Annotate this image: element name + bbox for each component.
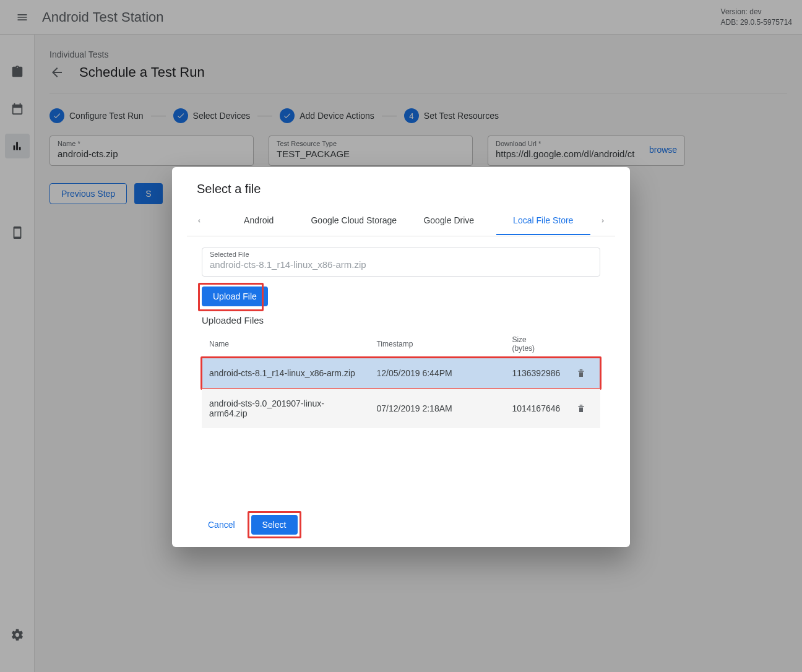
- col-size: Size (bytes): [504, 330, 568, 358]
- modal-title: Select a file: [187, 182, 615, 196]
- uploaded-files-label: Uploaded Files: [202, 315, 600, 325]
- tab-local-file-store[interactable]: Local File Store: [496, 207, 590, 235]
- col-name: Name: [202, 330, 369, 358]
- upload-file-button[interactable]: Upload File: [202, 286, 268, 306]
- file-timestamp-cell: 12/05/2019 6:44PM: [369, 358, 504, 389]
- file-select-modal: Select a file Android Google Cloud Stora…: [172, 167, 630, 547]
- modal-overlay[interactable]: Select a file Android Google Cloud Stora…: [0, 0, 802, 672]
- file-name-cell: android-cts-8.1_r14-linux_x86-arm.zip: [202, 358, 369, 389]
- cancel-button[interactable]: Cancel: [197, 515, 246, 535]
- tab-row: Android Google Cloud Storage Google Driv…: [187, 206, 615, 236]
- delete-icon[interactable]: [576, 368, 593, 379]
- file-size-cell: 1136392986: [504, 358, 568, 389]
- selected-file-field[interactable]: Selected File android-cts-8.1_r14-linux_…: [202, 248, 600, 277]
- tab-gcs[interactable]: Google Cloud Storage: [306, 207, 402, 235]
- tab-android[interactable]: Android: [212, 207, 306, 235]
- table-row[interactable]: android-sts-9.0_201907-linux-arm64.zip 0…: [202, 389, 600, 428]
- col-timestamp: Timestamp: [369, 330, 504, 358]
- uploaded-files-table: Name Timestamp Size (bytes) android-cts-…: [202, 330, 600, 428]
- file-name-cell: android-sts-9.0_201907-linux-arm64.zip: [202, 389, 369, 428]
- select-button[interactable]: Select: [251, 515, 298, 535]
- tab-scroll-right-icon[interactable]: [590, 206, 615, 236]
- file-timestamp-cell: 07/12/2019 2:18AM: [369, 389, 504, 428]
- table-row[interactable]: android-cts-8.1_r14-linux_x86-arm.zip 12…: [202, 358, 600, 389]
- tab-scroll-left-icon[interactable]: [187, 206, 212, 236]
- file-size-cell: 1014167646: [504, 389, 568, 428]
- tab-drive[interactable]: Google Drive: [402, 207, 496, 235]
- delete-icon[interactable]: [576, 403, 593, 414]
